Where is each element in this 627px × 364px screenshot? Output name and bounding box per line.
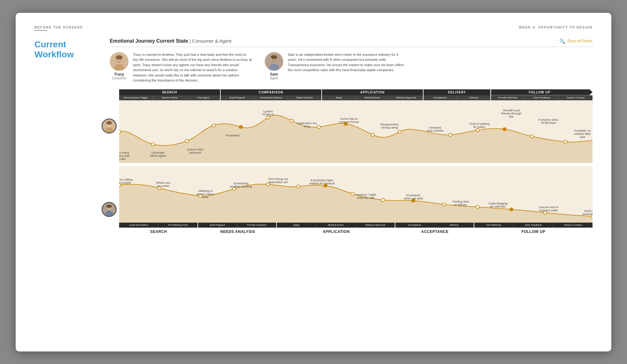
svg-point-11 xyxy=(275,59,276,60)
svg-text:contact after: contact after xyxy=(574,132,591,135)
svg-text:waiting for medical: waiting for medical xyxy=(309,182,335,185)
svg-point-26 xyxy=(476,129,479,132)
journey-header: Emotional Journey Current State | Consum… xyxy=(110,38,593,47)
persona-sam: Sam Agent Sam is an independent broker w… xyxy=(265,52,407,83)
page-header: Before the Screens Week 4: Opportunity t… xyxy=(34,25,593,31)
journey-map-container: SEARCH Life Insurance Trigger Search Onl… xyxy=(110,89,593,234)
svg-text:sale: sale xyxy=(580,135,585,139)
tracy-name-block: Tracy Consumer xyxy=(112,72,126,80)
header-left: Before the Screens xyxy=(34,25,83,31)
svg-text:long: long xyxy=(304,125,309,128)
content-area: Current Workflow Emotional Journey Curre… xyxy=(34,38,593,234)
svg-text:Disappointed;: Disappointed; xyxy=(380,123,399,126)
svg-text:I'll try calling: I'll try calling xyxy=(119,178,132,181)
svg-point-27 xyxy=(530,135,533,138)
svg-text:this: this xyxy=(509,115,514,118)
svg-point-17 xyxy=(151,143,155,146)
tracy-avatar xyxy=(110,52,129,71)
svg-text:I'll take it: I'll take it xyxy=(262,113,274,116)
svg-point-18 xyxy=(185,140,188,143)
svg-text:Wouldn't put: Wouldn't put xyxy=(503,109,520,112)
svg-text:for policy: for policy xyxy=(473,125,485,129)
left-panel: Current Workflow xyxy=(34,38,103,234)
persona-tracy: Tracy Consumer Tracy is married to Andre… xyxy=(110,52,252,83)
page-wrapper: Before the Screens Week 4: Opportunity t… xyxy=(16,13,611,351)
svg-text:Unsure how to: Unsure how to xyxy=(539,206,558,209)
svg-text:Frustrated: Frustrated xyxy=(225,134,239,137)
svg-text:Anxious; might: Anxious; might xyxy=(356,193,376,196)
agent-curve-area: I'll try calling 10 people Where are my … xyxy=(119,166,593,223)
svg-point-61 xyxy=(106,205,112,208)
page-title: Current Workflow xyxy=(34,40,103,60)
svg-text:lose the sale: lose the sale xyxy=(357,196,375,199)
svg-text:I'll tell them: I'll tell them xyxy=(541,121,556,124)
svg-text:Doesn't feel: Doesn't feel xyxy=(187,148,203,151)
svg-point-71 xyxy=(442,203,445,206)
svg-text:I hate begging: I hate begging xyxy=(488,202,508,205)
svg-point-31 xyxy=(503,127,507,131)
svg-point-20 xyxy=(266,116,270,119)
svg-text:Uncertain: Uncertain xyxy=(151,151,165,154)
consumer-avatar-circle xyxy=(102,119,117,134)
svg-text:for referrals: for referrals xyxy=(490,205,506,208)
svg-text:took months: took months xyxy=(427,129,444,132)
svg-point-25 xyxy=(449,133,452,136)
svg-text:Meeting in: Meeting in xyxy=(198,189,213,193)
svg-point-16 xyxy=(119,130,121,133)
agent-phase-bar: Lead Generation Pre-Meeting Prep Build R… xyxy=(119,223,593,228)
svg-text:forms and: forms and xyxy=(119,154,129,157)
svg-text:Annoyed;: Annoyed; xyxy=(429,126,442,129)
svg-text:when get paid: when get paid xyxy=(403,197,423,200)
svg-point-19 xyxy=(212,124,216,127)
sam-info: Sam is an independent broker who's been … xyxy=(288,52,407,73)
svg-text:time: time xyxy=(203,196,208,199)
sam-name-block: Sam Agent xyxy=(270,72,278,80)
svg-text:wrong rating: wrong rating xyxy=(381,126,398,129)
consumer-curve-area: Too many forms and calls Uncertain which… xyxy=(119,100,593,163)
svg-point-69 xyxy=(351,192,354,195)
svg-text:personal: personal xyxy=(189,151,201,154)
drop-off-indicator: 🔍 Drop-off Points xyxy=(559,38,593,44)
header-right: Week 4: Opportunity to Design xyxy=(519,25,593,29)
svg-text:10 people: 10 people xyxy=(119,181,131,184)
svg-text:Nurse has to: Nurse has to xyxy=(340,117,358,120)
svg-text:If anyone asks,: If anyone asks, xyxy=(538,118,559,121)
consumer-phase-bar: SEARCH Life Insurance Trigger Search Onl… xyxy=(119,89,593,100)
personas-section: Tracy Consumer Tracy is married to Andre… xyxy=(110,52,593,83)
svg-text:Scheduling: Scheduling xyxy=(233,182,248,185)
svg-point-22 xyxy=(317,125,320,129)
svg-text:Where are: Where are xyxy=(156,181,170,184)
svg-text:improve sales: improve sales xyxy=(539,209,558,212)
svg-text:Frustrated;: Frustrated; xyxy=(406,194,421,197)
svg-text:remember: remember xyxy=(582,213,593,216)
svg-text:application yet: application yet xyxy=(268,181,288,184)
svg-point-14 xyxy=(106,121,112,125)
svg-text:Hard to: Hard to xyxy=(584,209,593,213)
svg-point-21 xyxy=(290,119,293,122)
svg-text:Finding time: Finding time xyxy=(452,200,469,203)
drop-off-icon: 🔍 xyxy=(559,38,566,44)
svg-text:come to house: come to house xyxy=(339,120,359,124)
sam-avatar xyxy=(265,52,283,71)
svg-text:Don't bring out: Don't bring out xyxy=(268,177,288,181)
agent-journey: I'll try calling 10 people Where are my … xyxy=(110,166,593,234)
svg-point-24 xyxy=(398,130,402,133)
svg-point-23 xyxy=(371,133,375,136)
svg-point-10 xyxy=(272,59,273,60)
svg-point-4 xyxy=(116,55,123,60)
svg-point-12 xyxy=(271,55,277,59)
svg-point-68 xyxy=(297,185,300,188)
svg-text:my notes: my notes xyxy=(157,184,170,187)
svg-text:to deliver: to deliver xyxy=(455,203,467,206)
svg-text:Troubled; no: Troubled; no xyxy=(574,129,591,132)
svg-point-6 xyxy=(120,59,121,60)
svg-point-5 xyxy=(117,59,118,60)
svg-point-70 xyxy=(381,198,385,202)
svg-text:I guess: I guess xyxy=(263,110,273,113)
svg-text:another meeting: another meeting xyxy=(230,185,252,188)
svg-point-62 xyxy=(105,211,113,216)
svg-point-29 xyxy=(239,125,243,129)
svg-point-72 xyxy=(476,205,479,208)
svg-point-77 xyxy=(509,208,514,211)
tracy-info: Tracy is married to Andrew. They just ha… xyxy=(133,52,252,83)
